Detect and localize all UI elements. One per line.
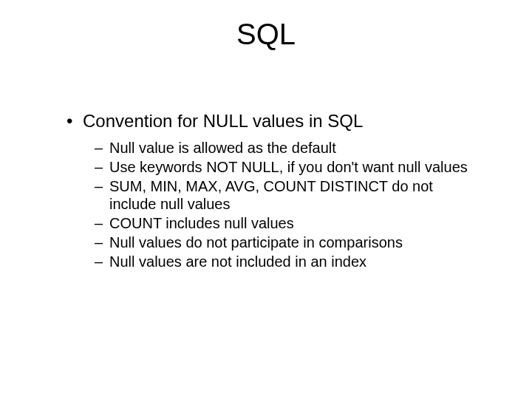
bullet-level-2-text: SUM, MIN, MAX, AVG, COUNT DISTINCT do no… xyxy=(109,178,433,212)
bullet-level-2: – Null values do not participate in comp… xyxy=(66,233,480,251)
bullet-level-2-text: Null values are not included in an index xyxy=(109,253,366,270)
bullet-level-2: – Null values are not included in an ind… xyxy=(66,253,480,270)
slide-title: SQL xyxy=(0,18,532,51)
bullet-dash-icon: – xyxy=(95,139,103,157)
bullet-level-2-text: Use keywords NOT NULL, if you don't want… xyxy=(109,159,468,175)
bullet-level-2-text: COUNT includes null values xyxy=(109,215,294,231)
bullet-dot-icon: • xyxy=(66,111,72,132)
bullet-dash-icon: – xyxy=(95,253,103,270)
bullet-dash-icon: – xyxy=(95,177,103,195)
bullet-level-2: – Null value is allowed as the default xyxy=(66,139,480,157)
bullet-level-2: – SUM, MIN, MAX, AVG, COUNT DISTINCT do … xyxy=(66,177,480,213)
bullet-level-2-text: Null values do not participate in compar… xyxy=(109,234,403,250)
bullet-dash-icon: – xyxy=(95,158,103,176)
bullet-dash-icon: – xyxy=(95,214,103,232)
bullet-level-2-text: Null value is allowed as the default xyxy=(109,140,336,156)
slide-body: • Convention for NULL values in SQL – Nu… xyxy=(66,111,480,272)
bullet-level-2: – Use keywords NOT NULL, if you don't wa… xyxy=(66,158,480,176)
slide: SQL • Convention for NULL values in SQL … xyxy=(0,0,532,399)
bullet-level-1-text: Convention for NULL values in SQL xyxy=(83,111,363,131)
bullet-level-2: – COUNT includes null values xyxy=(66,214,480,232)
bullet-dash-icon: – xyxy=(95,233,103,251)
bullet-level-1: • Convention for NULL values in SQL xyxy=(66,111,480,132)
